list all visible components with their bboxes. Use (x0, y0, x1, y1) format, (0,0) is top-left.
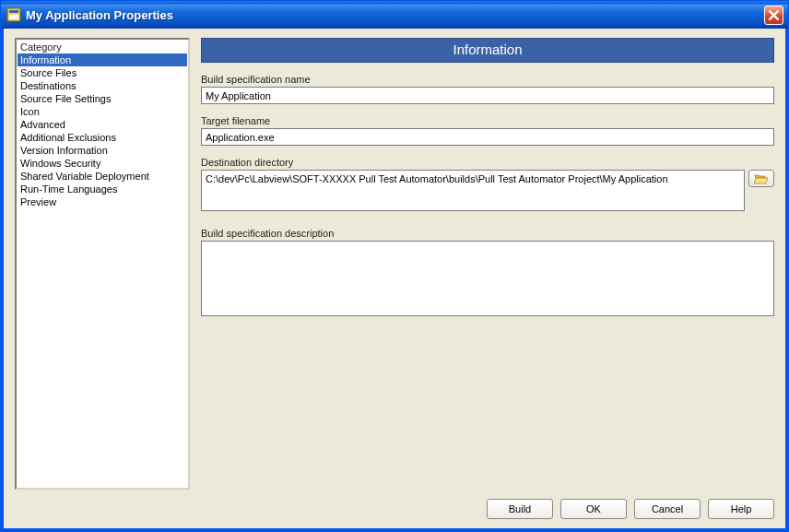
category-item-run-time-languages[interactable]: Run-Time Languages (18, 183, 187, 195)
browse-button[interactable] (748, 170, 774, 187)
close-icon (769, 10, 779, 20)
window-title: My Application Properties (26, 8, 173, 22)
category-list[interactable]: Category Information Source Files Destin… (15, 38, 190, 490)
spec-name-input[interactable] (201, 87, 774, 104)
main-area: Category Information Source Files Destin… (15, 38, 774, 490)
spec-name-group: Build specification name (201, 74, 774, 104)
category-item-version-information[interactable]: Version Information (18, 144, 187, 157)
dest-dir-row (201, 170, 774, 211)
target-filename-input[interactable] (201, 128, 774, 146)
description-group: Build specification description (201, 228, 774, 318)
content-panel: Information Build specification name Tar… (201, 38, 774, 490)
ok-button[interactable]: OK (560, 499, 627, 519)
category-item-additional-exclusions[interactable]: Additional Exclusions (18, 131, 187, 144)
category-item-icon[interactable]: Icon (18, 105, 187, 118)
titlebar: My Application Properties (1, 1, 788, 29)
target-filename-label: Target filename (201, 115, 774, 126)
folder-open-icon (754, 173, 769, 184)
app-icon (6, 7, 21, 22)
dialog-window: My Application Properties Category Infor… (0, 0, 789, 532)
category-item-preview[interactable]: Preview (18, 195, 187, 208)
svg-rect-2 (9, 15, 18, 19)
category-header: Category (18, 41, 187, 53)
description-label: Build specification description (201, 228, 774, 239)
panel-header: Information (201, 38, 774, 63)
category-item-source-files[interactable]: Source Files (18, 66, 187, 79)
build-button[interactable]: Build (487, 499, 553, 519)
category-item-shared-variable-deployment[interactable]: Shared Variable Deployment (18, 170, 187, 183)
dialog-body: Category Information Source Files Destin… (1, 29, 788, 531)
spec-name-label: Build specification name (201, 74, 774, 85)
button-row: Build OK Cancel Help (15, 490, 774, 519)
cancel-button[interactable]: Cancel (634, 499, 701, 519)
dest-dir-group: Destination directory (201, 157, 774, 211)
description-input[interactable] (201, 241, 774, 316)
category-item-information[interactable]: Information (18, 53, 187, 66)
category-item-destinations[interactable]: Destinations (18, 79, 187, 92)
category-item-windows-security[interactable]: Windows Security (18, 157, 187, 170)
target-filename-group: Target filename (201, 115, 774, 146)
dest-dir-input[interactable] (201, 170, 745, 211)
svg-rect-1 (9, 10, 18, 13)
help-button[interactable]: Help (708, 499, 774, 519)
category-item-source-file-settings[interactable]: Source File Settings (18, 92, 187, 105)
dest-dir-label: Destination directory (201, 157, 774, 168)
close-button[interactable] (764, 6, 783, 25)
category-item-advanced[interactable]: Advanced (18, 118, 187, 131)
